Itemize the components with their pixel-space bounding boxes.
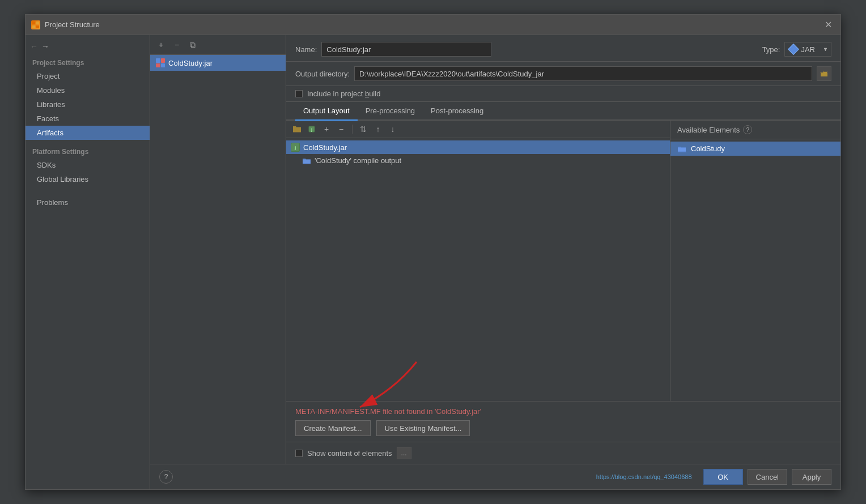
sidebar-item-problems[interactable]: Problems: [26, 195, 150, 210]
tree-child-label: 'ColdStudy' compile output: [315, 156, 401, 165]
artifact-list-panel: + − ⧉ ColdStudy:jar: [150, 35, 286, 464]
available-panel: Available Elements ? ColdStudy: [670, 121, 840, 401]
type-label: Type:: [762, 45, 780, 54]
svg-rect-1: [36, 22, 39, 24]
nav-forward-icon[interactable]: →: [41, 42, 49, 51]
type-select[interactable]: JAR: [784, 42, 831, 57]
available-help-icon[interactable]: ?: [743, 125, 752, 134]
available-item-label: ColdStudy: [691, 144, 725, 153]
output-dir-row: Output directory:: [286, 62, 840, 86]
layout-folder-btn[interactable]: [291, 123, 303, 135]
sidebar-item-artifacts[interactable]: Artifacts: [26, 126, 150, 140]
include-build-checkbox[interactable]: [295, 90, 303, 97]
tab-pre-processing[interactable]: Pre-processing: [358, 102, 423, 121]
create-manifest-button[interactable]: Create Manifest...: [295, 420, 371, 436]
browse-button[interactable]: [817, 66, 831, 81]
available-item-coldstudy[interactable]: ColdStudy: [670, 142, 840, 156]
include-build-label: Include in project build: [307, 89, 380, 98]
include-build-row: Include in project build: [286, 86, 840, 102]
app-icon: [31, 20, 40, 29]
project-structure-dialog: Project Structure ✕ ← → Project Settings…: [25, 14, 841, 490]
manifest-buttons: Create Manifest... Use Existing Manifest…: [295, 420, 831, 436]
apply-button[interactable]: Apply: [792, 469, 831, 485]
sidebar-item-sdks[interactable]: SDKs: [26, 158, 150, 172]
remove-artifact-button[interactable]: −: [171, 39, 183, 51]
folder-open-icon: [820, 70, 828, 77]
sidebar: ← → Project Settings Project Modules Lib…: [26, 35, 150, 489]
tab-post-processing[interactable]: Post-processing: [423, 102, 491, 121]
show-content-dots-button[interactable]: ...: [397, 447, 411, 459]
cancel-button[interactable]: Cancel: [748, 469, 787, 485]
artifact-item-icon: [156, 58, 165, 67]
layout-add-btn[interactable]: +: [320, 123, 333, 135]
layout-tree: j ColdStudy.jar 'ColdStudy' compile outp…: [286, 138, 670, 401]
add-folder-icon: [292, 125, 302, 133]
bottom-area: META-INF/MANIFEST.MF file not found in '…: [286, 401, 840, 442]
project-settings-label: Project Settings: [26, 55, 150, 69]
svg-text:j: j: [311, 127, 312, 132]
sidebar-nav: ← →: [26, 40, 150, 55]
tree-root-item[interactable]: j ColdStudy.jar: [286, 140, 670, 154]
detail-panel: Name: Type: JAR ▼: [286, 35, 840, 464]
artifact-item-label: ColdStudy:jar: [168, 59, 213, 67]
close-button[interactable]: ✕: [821, 18, 835, 32]
dialog-title: Project Structure: [45, 20, 100, 29]
available-header: Available Elements ?: [670, 121, 840, 139]
show-content-checkbox[interactable]: [295, 450, 303, 457]
output-dir-label: Output directory:: [295, 70, 350, 78]
layout-remove-btn[interactable]: −: [335, 123, 347, 135]
show-content-label: Show content of elements: [307, 449, 392, 458]
layout-up-btn[interactable]: ↑: [372, 123, 384, 135]
help-button[interactable]: ?: [159, 470, 173, 484]
tree-root-label: ColdStudy.jar: [303, 143, 347, 152]
output-dir-input[interactable]: [354, 66, 812, 81]
tabs-bar: Output Layout Pre-processing Post-proces…: [286, 102, 840, 121]
name-field-group: Name:: [295, 42, 491, 57]
name-input[interactable]: [321, 42, 491, 57]
use-existing-manifest-button[interactable]: Use Existing Manifest...: [376, 420, 470, 436]
dialog-footer: ? https://blog.csdn.net/qq_43040688 OK C…: [150, 464, 840, 489]
jar-type-icon: [788, 44, 800, 55]
tree-child-item[interactable]: 'ColdStudy' compile output: [286, 154, 670, 167]
artifact-list-toolbar: + − ⧉: [150, 35, 286, 55]
platform-settings-label: Platform Settings: [26, 144, 150, 158]
sidebar-item-global-libraries[interactable]: Global Libraries: [26, 172, 150, 186]
svg-rect-3: [36, 25, 39, 28]
layout-tree-panel: j + − ⇅ ↑ ↓: [286, 121, 670, 401]
add-artifact-button[interactable]: +: [155, 39, 167, 51]
type-select-wrapper: JAR ▼: [784, 42, 831, 57]
warning-text: META-INF/MANIFEST.MF file not found in '…: [295, 407, 831, 416]
main-content: ← → Project Settings Project Modules Lib…: [26, 35, 840, 489]
title-bar-left: Project Structure: [31, 20, 100, 29]
toolbar-divider: [352, 125, 353, 134]
footer-right: https://blog.csdn.net/qq_43040688 OK Can…: [596, 469, 831, 485]
footer-left: ?: [159, 470, 173, 484]
available-elements-label: Available Elements: [677, 126, 740, 134]
available-tree: ColdStudy: [670, 139, 840, 401]
tab-output-layout[interactable]: Output Layout: [295, 102, 358, 121]
ok-button[interactable]: OK: [703, 469, 743, 485]
svg-rect-0: [32, 22, 35, 24]
detail-top: Name: Type: JAR ▼: [286, 35, 840, 62]
sidebar-problems-area: Problems: [26, 195, 150, 210]
coldstudy-folder-icon: [677, 145, 686, 153]
sidebar-item-project[interactable]: Project: [26, 69, 150, 83]
type-section: Type: JAR ▼: [762, 42, 831, 57]
nav-back-icon[interactable]: ←: [30, 42, 38, 51]
jar-icon: j: [291, 143, 300, 152]
type-value: JAR: [801, 45, 815, 54]
svg-rect-2: [32, 25, 35, 28]
layout-down-btn[interactable]: ↓: [387, 123, 399, 135]
layout-jar-btn[interactable]: j: [305, 123, 318, 135]
sidebar-item-libraries[interactable]: Libraries: [26, 97, 150, 112]
footer-url: https://blog.csdn.net/qq_43040688: [596, 473, 692, 480]
sidebar-item-facets[interactable]: Facets: [26, 112, 150, 126]
title-bar: Project Structure ✕: [26, 15, 840, 35]
layout-sort-btn[interactable]: ⇅: [357, 123, 370, 135]
layout-toolbar: j + − ⇅ ↑ ↓: [286, 121, 670, 138]
sidebar-item-modules[interactable]: Modules: [26, 83, 150, 97]
name-label: Name:: [295, 45, 317, 54]
copy-artifact-button[interactable]: ⧉: [186, 39, 199, 51]
show-content-row: Show content of elements ...: [286, 442, 840, 464]
artifact-list-item[interactable]: ColdStudy:jar: [150, 55, 286, 71]
